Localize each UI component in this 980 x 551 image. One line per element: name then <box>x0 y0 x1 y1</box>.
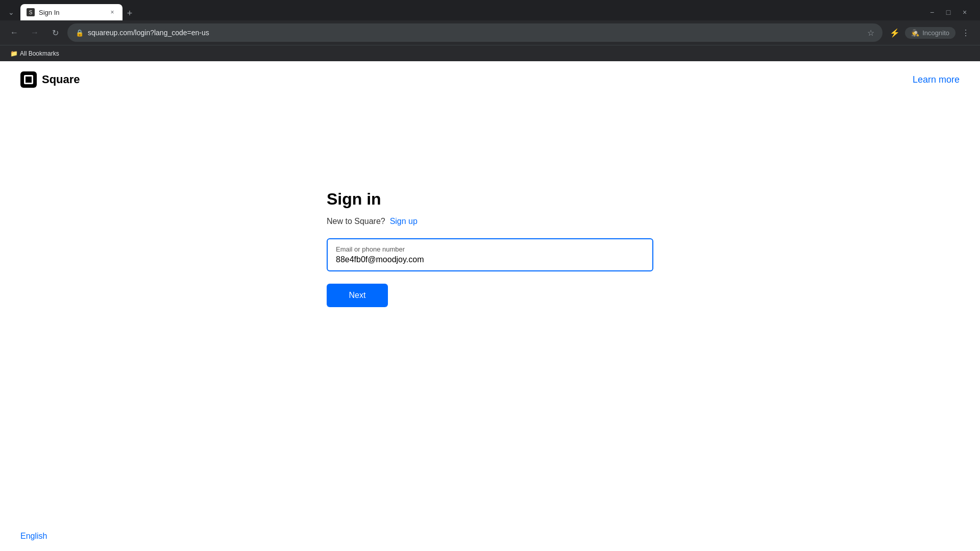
signin-subtitle: New to Square? Sign up <box>327 217 653 226</box>
extensions-button[interactable]: ⚡ <box>887 24 903 41</box>
browser-menu-button[interactable]: ⋮ <box>958 24 974 41</box>
page-footer: English <box>0 521 980 551</box>
square-logo-text: Square <box>42 73 80 86</box>
bookmark-star-icon[interactable]: ☆ <box>867 28 874 38</box>
signin-title: Sign in <box>327 190 653 209</box>
bookmarks-bar: 📁 All Bookmarks <box>0 45 980 61</box>
address-text: squareup.com/login?lang_code=en-us <box>88 29 863 37</box>
close-window-button[interactable]: × <box>958 5 972 19</box>
back-button[interactable]: ← <box>6 24 22 41</box>
minimize-button[interactable]: − <box>925 5 939 19</box>
incognito-label: Incognito <box>922 29 949 37</box>
main-area: Sign in New to Square? Sign up Email or … <box>0 98 980 521</box>
learn-more-link[interactable]: Learn more <box>913 74 960 85</box>
subtitle-static-text: New to Square? <box>327 217 385 226</box>
new-tab-button[interactable]: + <box>122 6 137 20</box>
tab-close-button[interactable]: × <box>108 8 116 16</box>
tab-bar: ⌄ S Sign In × + − □ × <box>0 0 980 20</box>
bookmarks-folder[interactable]: 📁 All Bookmarks <box>6 49 63 58</box>
square-logo-icon <box>20 71 37 88</box>
page-content: Square Learn more Sign in New to Square?… <box>0 61 980 551</box>
email-input-container[interactable]: Email or phone number 88e4fb0f@moodjoy.c… <box>327 238 653 271</box>
reload-button[interactable]: ↻ <box>47 24 63 41</box>
square-logo[interactable]: Square <box>20 71 80 88</box>
signup-link[interactable]: Sign up <box>390 217 418 226</box>
browser-chrome: ⌄ S Sign In × + − □ × ← → ↻ 🔒 squareup.c… <box>0 0 980 61</box>
email-input-label: Email or phone number <box>336 245 644 253</box>
folder-icon: 📁 <box>10 50 18 57</box>
tab-favicon: S <box>27 8 35 16</box>
incognito-badge[interactable]: 🕵 Incognito <box>905 27 955 39</box>
signin-form: Sign in New to Square? Sign up Email or … <box>327 190 653 307</box>
email-input-value: 88e4fb0f@moodjoy.com <box>336 255 644 264</box>
next-button[interactable]: Next <box>327 284 388 307</box>
security-icon: 🔒 <box>76 29 84 37</box>
language-selector[interactable]: English <box>20 532 47 541</box>
window-controls: − □ × <box>925 5 976 19</box>
tab-title: Sign In <box>39 9 104 16</box>
nav-bar: ← → ↻ 🔒 squareup.com/login?lang_code=en-… <box>0 20 980 45</box>
active-tab[interactable]: S Sign In × <box>20 4 122 20</box>
site-header: Square Learn more <box>0 61 980 98</box>
address-bar[interactable]: 🔒 squareup.com/login?lang_code=en-us ☆ <box>67 23 883 42</box>
forward-button[interactable]: → <box>27 24 43 41</box>
bookmarks-folder-label: All Bookmarks <box>20 50 59 57</box>
tabs-container: S Sign In × + <box>20 4 923 20</box>
nav-icons: ⚡ 🕵 Incognito ⋮ <box>887 24 974 41</box>
tab-nav-dropdown[interactable]: ⌄ <box>4 5 18 19</box>
incognito-icon: 🕵 <box>911 29 919 37</box>
maximize-button[interactable]: □ <box>941 5 955 19</box>
